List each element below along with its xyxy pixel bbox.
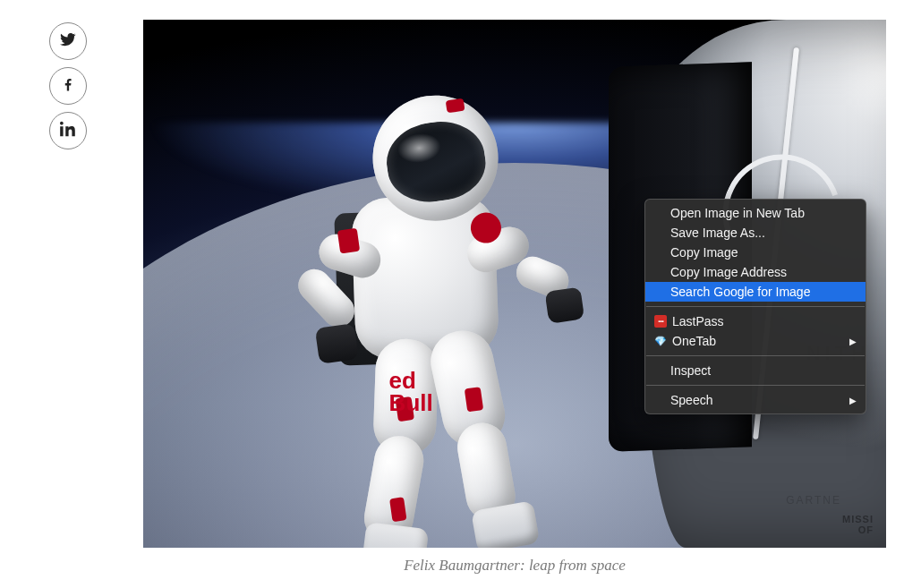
context-menu-item-onetab[interactable]: 💎 OneTab ▶ [645, 331, 866, 351]
context-menu-label: Speech [670, 393, 712, 407]
context-menu-item-lastpass[interactable]: ··· LastPass [645, 311, 866, 331]
lastpass-icon: ··· [654, 315, 667, 328]
context-menu-item-save-as[interactable]: Save Image As... [645, 223, 866, 243]
context-menu-separator [646, 306, 865, 307]
context-menu-item-open-new-tab[interactable]: Open Image in New Tab [645, 203, 866, 223]
share-linkedin-button[interactable] [49, 112, 87, 149]
context-menu-item-inspect[interactable]: Inspect [645, 361, 866, 380]
share-twitter-button[interactable] [49, 22, 87, 60]
image-caption: Felix Baumgartner: leap from space [143, 557, 886, 575]
submenu-arrow-icon: ▶ [849, 396, 857, 405]
share-column [49, 22, 87, 149]
submenu-arrow-icon: ▶ [849, 337, 857, 346]
context-menu: Open Image in New Tab Save Image As... C… [644, 199, 866, 414]
context-menu-item-copy-address[interactable]: Copy Image Address [645, 262, 866, 282]
context-menu-label: OneTab [672, 334, 716, 348]
context-menu-separator [646, 355, 865, 356]
facebook-icon [60, 76, 76, 96]
share-facebook-button[interactable] [49, 67, 87, 105]
hero-image[interactable]: NITH M A N U F A C T U R E GARTNE MISSI … [143, 20, 886, 548]
context-menu-label: LastPass [672, 314, 724, 328]
context-menu-item-search-google[interactable]: Search Google for Image [645, 282, 866, 302]
context-menu-item-speech[interactable]: Speech ▶ [645, 390, 866, 410]
context-menu-separator [646, 385, 865, 386]
twitter-icon [60, 31, 76, 51]
context-menu-item-copy-image[interactable]: Copy Image [645, 243, 866, 262]
onetab-icon: 💎 [654, 335, 667, 347]
page: NITH M A N U F A C T U R E GARTNE MISSI … [0, 0, 904, 588]
linkedin-icon [60, 121, 76, 141]
article-figure: NITH M A N U F A C T U R E GARTNE MISSI … [143, 20, 886, 575]
